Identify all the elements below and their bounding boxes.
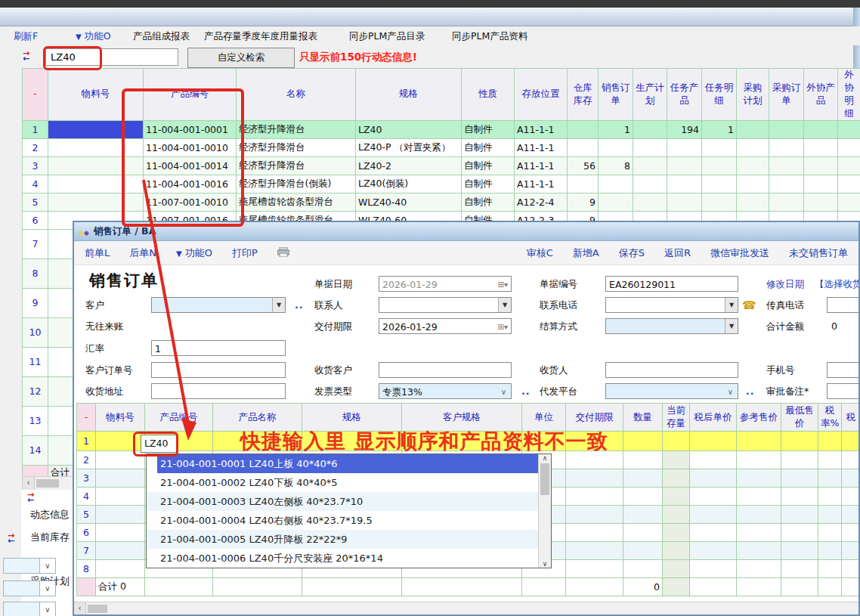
- wechat-approve-button[interactable]: 微信审批发送: [710, 246, 769, 260]
- phone-icon[interactable]: ☎: [742, 299, 756, 312]
- contact-label: 联系人: [314, 299, 343, 312]
- item-code-editor[interactable]: LZ40: [141, 435, 178, 453]
- dropdown-scrollbar[interactable]: ∧∨: [538, 454, 551, 568]
- print-button[interactable]: 打印P: [232, 246, 258, 260]
- swap-icon[interactable]: →←: [8, 534, 14, 544]
- order-item-row-editing[interactable]: 1: [77, 432, 860, 451]
- side-filter-combo[interactable]: ∨: [3, 602, 56, 616]
- scroll-left-icon[interactable]: ‹: [74, 602, 86, 614]
- phone-combo[interactable]: ▼: [605, 297, 738, 313]
- main-horizontal-scrollbar[interactable]: ‹: [22, 476, 75, 491]
- side-tab-dynamic-info[interactable]: 动态信息: [30, 508, 70, 522]
- no-account-label: 无往来账: [85, 320, 123, 333]
- dialog-title: 销售订单 / BA: [94, 225, 156, 238]
- printer-icon[interactable]: [277, 247, 289, 259]
- settle-combo[interactable]: ▼: [605, 318, 738, 334]
- total-amount-value: 0: [831, 320, 837, 332]
- receiver-input[interactable]: [605, 362, 738, 378]
- mobile-label: 手机号: [766, 364, 795, 377]
- table-row[interactable]: 511-007-001-0010燕尾槽齿轮齿条型滑台WLZ40-40自制件A12…: [23, 193, 860, 211]
- dropdown-item[interactable]: 21-004-001-0005 LZ40升降板 22*22*9: [147, 530, 538, 549]
- fax-label: 传真电话: [766, 299, 804, 312]
- scroll-up-icon[interactable]: ∧: [543, 454, 548, 462]
- scrollbar-thumb[interactable]: [540, 463, 549, 495]
- ship-address-label: 收货地址: [85, 385, 123, 398]
- save-button[interactable]: 保存S: [619, 246, 645, 260]
- dialog-toolbar: 前单L 后单N ▼功能O 打印P 审核C 新增A 保存S 返回R 微信审批发送 …: [74, 241, 858, 265]
- product-table-header: -物料号产品编号名称规格性质存放位置仓库库存销售订单生产计划任务产品任务明细采购…: [23, 69, 860, 121]
- dropdown-arrow-icon[interactable]: ▼: [272, 298, 285, 312]
- prev-doc-button[interactable]: 前单L: [85, 246, 110, 260]
- table-row-selected[interactable]: 111-004-001-0001经济型升降滑台LZ40自制件A11-1-1119…: [23, 120, 860, 138]
- doc-no-label: 单据编号: [540, 278, 577, 291]
- chevron-down-icon: ∨: [501, 384, 506, 398]
- contact-combo[interactable]: ▼: [379, 297, 512, 313]
- function-menu[interactable]: ▼功能O: [76, 30, 111, 43]
- platform-label: 代发平台: [540, 385, 577, 398]
- table-row[interactable]: 211-004-001-0010经济型升降滑台LZ40-P （对置夹紧）自制件A…: [23, 138, 860, 156]
- table-row[interactable]: 411-004-001-0016经济型升降滑台(倒装)LZ40(倒装)自制件A1…: [23, 175, 860, 193]
- side-filter-combo[interactable]: ∨: [3, 558, 56, 574]
- side-tab-current-stock[interactable]: 当前库存: [30, 531, 70, 544]
- dropdown-item[interactable]: 21-004-001-0004 LZ40右侧板 40*23.7*19.5: [147, 511, 538, 530]
- scrollbar-thumb[interactable]: [88, 605, 107, 613]
- dropdown-arrow-icon[interactable]: ▼: [498, 298, 511, 312]
- ship-customer-label: 收货客户: [314, 364, 352, 377]
- chevron-down-icon: ∨: [40, 558, 56, 574]
- custom-search-button[interactable]: 自定义检索: [187, 48, 295, 68]
- next-doc-button[interactable]: 后单N: [129, 246, 156, 260]
- add-button[interactable]: 新增A: [573, 246, 599, 260]
- mobile-input[interactable]: [827, 362, 860, 378]
- approve-note-input[interactable]: [827, 383, 860, 399]
- dropdown-item-selected[interactable]: ♦21-004-001-0001 LZ40上板 40*40*6: [157, 454, 538, 473]
- screen: 刷新F ▼功能O 产品组成报表 产品存量季度年度用量报表 同步PLM产品目录 同…: [0, 0, 860, 616]
- back-button[interactable]: 返回R: [664, 246, 691, 260]
- side-panel: →← 动态信息 当前库存 采购计划: [21, 490, 73, 616]
- main-toolbar: 刷新F ▼功能O 产品组成报表 产品存量季度年度用量报表 同步PLM产品目录 同…: [0, 26, 860, 45]
- due-date-field[interactable]: 2026-01-29⊞▾: [379, 318, 512, 334]
- menu-sync-plm-catalog[interactable]: 同步PLM产品目录: [349, 30, 425, 43]
- doc-date-field[interactable]: 2026-01-29⊞▾: [379, 276, 512, 292]
- selected-cell[interactable]: [48, 120, 144, 138]
- rate-input[interactable]: 1: [151, 340, 286, 356]
- select-receiver-link[interactable]: 【选择收货客: [815, 278, 860, 291]
- function-button[interactable]: ▼功能O: [176, 246, 212, 260]
- customer-po-input[interactable]: [151, 362, 286, 378]
- dropdown-arrow-icon[interactable]: ▼: [725, 319, 738, 333]
- customer-more-button[interactable]: ..: [295, 299, 304, 311]
- pending-orders-button[interactable]: 未交销售订单: [789, 246, 848, 260]
- dropdown-item[interactable]: 21-004-001-0003 LZ40左侧板 40*23.7*10: [147, 492, 538, 511]
- swap-icon[interactable]: →←: [23, 51, 29, 62]
- invoice-more-button[interactable]: ..: [521, 385, 531, 397]
- customer-combo[interactable]: ▼: [151, 297, 286, 313]
- table-row[interactable]: 311-004-001-0014经济型升降滑台LZ40-2自制件A11-1-15…: [23, 156, 860, 175]
- dialog-title-bar[interactable]: ◆◆ 销售订单 / BA: [74, 222, 858, 241]
- scroll-down-icon[interactable]: ∨: [543, 560, 548, 568]
- scrollbar-thumb[interactable]: [36, 479, 59, 488]
- ship-customer-input[interactable]: [379, 362, 512, 378]
- chevron-down-icon: ∨: [40, 580, 56, 596]
- menu-product-report[interactable]: 产品组成报表: [133, 30, 190, 43]
- menu-sync-plm-data[interactable]: 同步PLM产品资料: [452, 30, 527, 43]
- modify-date-link[interactable]: 修改日期: [766, 278, 804, 291]
- fax-input[interactable]: [827, 297, 860, 313]
- top-dark-bar: [0, 0, 860, 8]
- rate-label: 汇率: [85, 342, 104, 355]
- platform-combo[interactable]: ∨: [605, 383, 738, 399]
- invoice-type-combo[interactable]: 专票13%∨: [379, 383, 512, 399]
- side-filter-combo[interactable]: ∨: [3, 580, 56, 596]
- platform-more-button[interactable]: ..: [746, 385, 755, 397]
- dialog-horizontal-scrollbar[interactable]: ‹: [74, 602, 858, 614]
- doc-no-input[interactable]: EA260129011: [605, 276, 738, 292]
- swap-icon[interactable]: →←: [27, 493, 34, 503]
- refresh-menu[interactable]: 刷新F: [14, 30, 38, 43]
- ship-address-input[interactable]: [151, 383, 286, 399]
- dropdown-arrow-icon[interactable]: ▼: [725, 298, 738, 312]
- dropdown-item[interactable]: 21-004-001-0006 LZ40千分尺安装座 20*16*14: [147, 549, 538, 568]
- dropdown-item[interactable]: 21-004-001-0002 LZ40下板 40*40*5: [147, 473, 538, 492]
- menu-stock-report[interactable]: 产品存量季度年度用量报表: [204, 30, 317, 43]
- scroll-left-icon[interactable]: ‹: [23, 477, 35, 490]
- search-input[interactable]: [45, 48, 178, 66]
- settle-label: 结算方式: [540, 320, 577, 333]
- audit-button[interactable]: 审核C: [527, 246, 553, 260]
